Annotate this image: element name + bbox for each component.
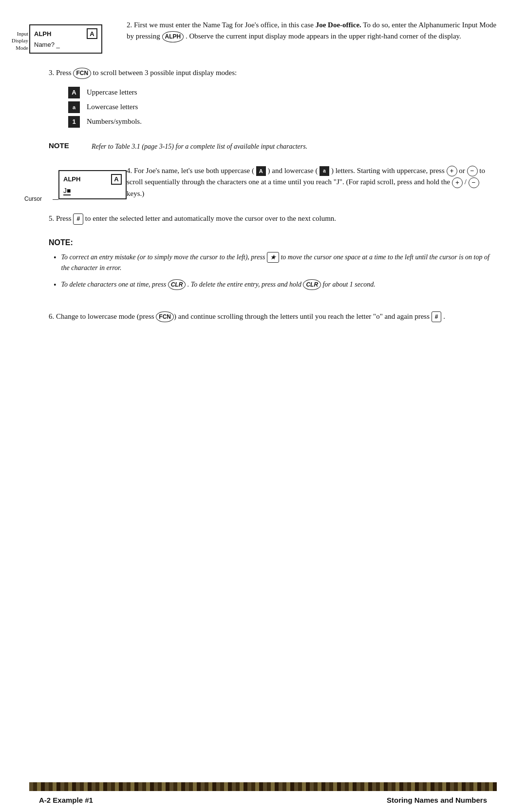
display-box-indicator: A	[87, 28, 97, 39]
step-4-text1: For Joe's name, let's use both uppercase…	[134, 167, 256, 174]
section-6: 6. Change to lowercase mode (press FCN) …	[29, 311, 497, 323]
note-bullet-1: To correct an entry mistake (or to simpl…	[54, 252, 497, 273]
step-5-text1: Press	[56, 214, 73, 222]
uppercase-icon: A	[68, 87, 80, 98]
step-5-number: 5.	[49, 214, 56, 222]
hash-key-6: #	[432, 311, 442, 323]
footer-decoration	[29, 782, 497, 791]
inline-uppercase-icon: A	[256, 166, 266, 176]
step-4-number: 4.	[127, 167, 134, 174]
section-4-left: Cursor ALPH A J■	[29, 165, 112, 199]
display-box-section4: ALPH A J■	[58, 170, 127, 199]
step-2-text1: First we must enter the Name Tag for Joe…	[134, 21, 316, 29]
minus-key-2: −	[469, 177, 479, 188]
mode-lowercase: a Lowercase letters	[68, 101, 497, 113]
display-box-4-indicator: A	[111, 174, 122, 185]
star-key: ★	[267, 252, 279, 263]
uppercase-label: Uppercase letters	[87, 88, 137, 97]
numbers-label: Numbers/symbols.	[87, 117, 142, 126]
display-box-4-content: J■	[63, 187, 122, 195]
plus-key-2: +	[452, 177, 463, 188]
display-box-4-title: ALPH	[63, 175, 80, 183]
display-box-container-2: InputDisplayMode ALPH A Name? _	[29, 19, 112, 54]
section-2-text: 2. First we must enter the Name Tag for …	[127, 19, 497, 42]
footer-right: Storing Names and Numbers	[387, 796, 487, 804]
note-bullet-2: To delete characters one at time, press …	[54, 279, 497, 291]
fcn-key-3: FCN	[73, 68, 91, 79]
note-bullet-1-text: To correct an entry mistake (or to simpl…	[61, 252, 497, 273]
lowercase-icon: a	[68, 101, 80, 113]
input-display-mode-label: InputDisplayMode	[4, 30, 28, 51]
note-bold-title: NOTE:	[49, 238, 497, 247]
clr-key-2: CLR	[303, 279, 321, 290]
note-bold-block: NOTE: To correct an entry mistake (or to…	[29, 238, 497, 297]
section-2: InputDisplayMode ALPH A Name? _ 2. First…	[29, 19, 497, 54]
mode-uppercase: A Uppercase letters	[68, 87, 497, 98]
step-6-number: 6.	[49, 312, 56, 320]
alph-key: ALPH	[162, 31, 184, 42]
mode-numbers: 1 Numbers/symbols.	[68, 116, 497, 128]
step-2-text3: . Observe the current input display mode…	[184, 32, 461, 40]
section-5: 5. Press # to enter the selected letter …	[29, 213, 497, 225]
numbers-icon: 1	[68, 116, 80, 128]
fcn-key-6: FCN	[156, 311, 174, 323]
inline-lowercase-icon: a	[319, 166, 329, 176]
step-4-text7: keys.)	[127, 190, 144, 197]
section-4: Cursor ALPH A J■ 4.	[29, 165, 497, 199]
step-4-text4: or	[457, 167, 467, 174]
plus-key: +	[447, 166, 457, 176]
note-block-1: NOTE Refer to Table 3.1 (page 3-15) for …	[29, 141, 497, 152]
footer-bar: A-2 Example #1 Storing Names and Numbers	[29, 782, 497, 812]
step-3-number: 3.	[49, 69, 56, 77]
note-bullet-2-text: To delete characters one at time, press …	[61, 279, 376, 291]
content-area: InputDisplayMode ALPH A Name? _ 2. First…	[29, 19, 497, 782]
clr-key-1: CLR	[168, 279, 186, 290]
step-3-text1: Press	[56, 69, 73, 77]
display-box-title: ALPH	[34, 30, 51, 38]
step-6-text2: ) and continue scrolling through the let…	[174, 312, 432, 320]
cursor-char-J: J■	[63, 187, 71, 194]
page: InputDisplayMode ALPH A Name? _ 2. First…	[0, 0, 526, 812]
step-6-text1: Change to lowercase mode (press	[56, 312, 156, 320]
display-box-2: ALPH A Name? _	[29, 24, 102, 54]
modes-list: A Uppercase letters a Lowercase letters …	[49, 87, 497, 128]
step-4-text3: ) letters. Starting with uppercase, pres…	[329, 167, 446, 174]
note-label-1: NOTE	[49, 141, 83, 152]
note-text-1: Refer to Table 3.1 (page 3-15) for a com…	[92, 141, 307, 152]
display-box-4-header: ALPH A	[63, 174, 122, 185]
minus-key: −	[467, 166, 478, 176]
note-bullet-list: To correct an entry mistake (or to simpl…	[49, 252, 497, 291]
display-box-header: ALPH A	[34, 28, 97, 39]
display-box-content: Name? _	[34, 41, 97, 50]
cursor-label: Cursor	[24, 195, 42, 202]
step-4-text2: ) and lowercase (	[266, 167, 319, 174]
step-3-text2: to scroll between 3 possible input displ…	[91, 69, 237, 77]
lowercase-label: Lowercase letters	[87, 103, 138, 111]
footer-left: A-2 Example #1	[39, 796, 93, 804]
section-3: 3. Press FCN to scroll between 3 possibl…	[29, 67, 497, 128]
hash-key-5: #	[73, 213, 83, 225]
cursor-line	[53, 199, 58, 200]
step-6-text3: .	[441, 312, 445, 320]
footer-text: A-2 Example #1 Storing Names and Numbers	[29, 791, 497, 812]
section-4-text: 4. For Joe's name, let's use both upperc…	[127, 165, 497, 199]
step-2-number: 2.	[127, 21, 134, 29]
step-4-text6: /	[463, 178, 469, 186]
step-2-bold: Joe Doe-office.	[316, 21, 361, 29]
step-5-text2: to enter the selected letter and automat…	[83, 214, 336, 222]
